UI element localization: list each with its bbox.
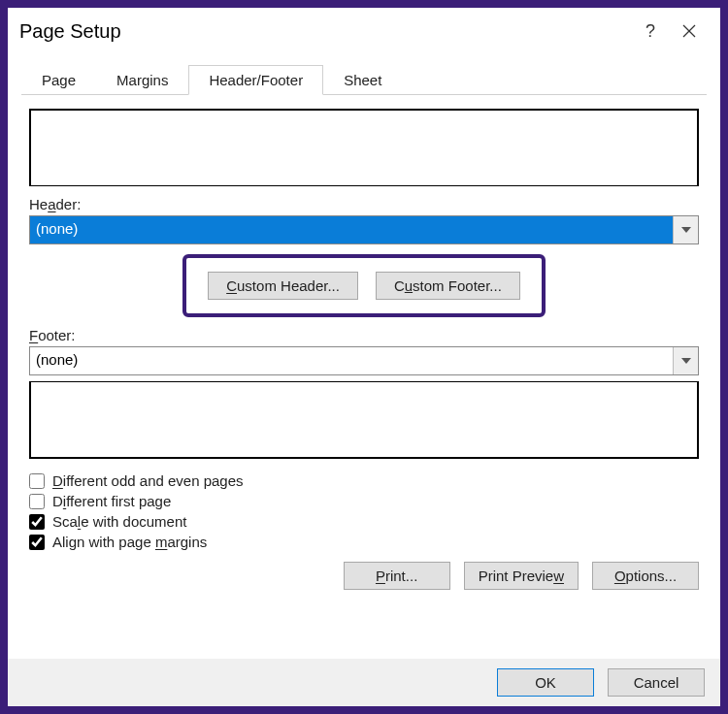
header-select-value: (none) xyxy=(30,216,673,243)
close-icon xyxy=(682,24,696,38)
tab-margins[interactable]: Margins xyxy=(96,65,188,95)
check-different-odd-even[interactable]: Different odd and even pages xyxy=(29,472,699,489)
checkbox[interactable] xyxy=(29,514,45,530)
tab-sheet[interactable]: Sheet xyxy=(323,65,402,95)
chevron-down-icon xyxy=(673,216,698,243)
footer-select-value: (none) xyxy=(30,347,673,374)
custom-header-button[interactable]: Custom Header... xyxy=(208,272,358,300)
checkbox[interactable] xyxy=(29,494,45,509)
tab-content: Header: (none) Custom Header... CCustom … xyxy=(8,95,720,590)
custom-footer-button[interactable]: CCustom Footer... xyxy=(376,272,520,300)
header-select[interactable]: (none) xyxy=(29,215,699,244)
check-different-first-page[interactable]: Different first page xyxy=(29,493,699,509)
dialog-title: Page Setup xyxy=(19,20,631,43)
checkbox[interactable] xyxy=(29,535,45,550)
footer-select[interactable]: (none) xyxy=(29,346,699,375)
ok-button[interactable]: OK xyxy=(497,668,594,697)
close-button[interactable] xyxy=(670,16,709,47)
options-checkboxes: Different odd and even pages Different f… xyxy=(29,472,699,550)
check-align-with-margins[interactable]: Align with page margins xyxy=(29,534,699,550)
custom-buttons-highlight: Custom Header... CCustom Footer... xyxy=(182,254,546,317)
tab-strip: Page Margins Header/Footer Sheet xyxy=(21,62,707,95)
action-buttons: Print... Print Preview Options... xyxy=(29,562,699,590)
header-label: Header: xyxy=(29,196,699,212)
check-scale-with-document[interactable]: Scale with document xyxy=(29,513,699,530)
cancel-button[interactable]: Cancel xyxy=(608,668,705,697)
footer-preview xyxy=(29,381,699,459)
print-preview-button[interactable]: Print Preview xyxy=(464,562,579,590)
tab-page[interactable]: Page xyxy=(21,65,96,95)
help-button[interactable]: ? xyxy=(631,16,670,47)
titlebar: Page Setup ? xyxy=(8,8,720,52)
tab-header-footer[interactable]: Header/Footer xyxy=(188,65,323,95)
header-preview xyxy=(29,109,699,186)
options-button[interactable]: Options... xyxy=(592,562,699,590)
print-button[interactable]: Print... xyxy=(344,562,450,590)
footer-label: Footer: xyxy=(29,327,699,343)
page-setup-dialog: Page Setup ? Page Margins Header/Footer … xyxy=(8,8,720,706)
dialog-footer: OK Cancel xyxy=(8,659,720,706)
checkbox[interactable] xyxy=(29,473,45,489)
chevron-down-icon xyxy=(673,347,698,374)
